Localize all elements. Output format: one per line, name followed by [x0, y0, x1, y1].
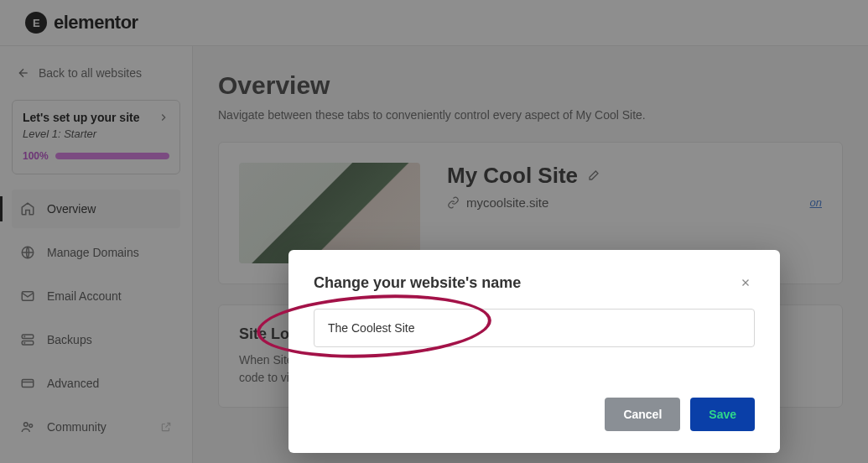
modal-close-button[interactable]	[736, 273, 755, 292]
save-button[interactable]: Save	[690, 398, 755, 431]
close-icon	[740, 277, 751, 289]
site-name-input[interactable]	[314, 309, 755, 347]
rename-site-modal: Change your website's name Cancel Save	[288, 250, 780, 453]
modal-title: Change your website's name	[314, 274, 521, 292]
cancel-button[interactable]: Cancel	[605, 398, 680, 431]
